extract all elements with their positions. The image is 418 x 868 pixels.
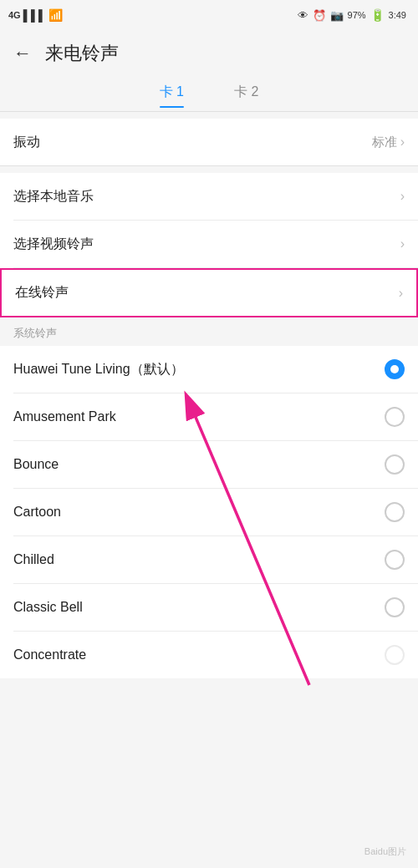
radio-button[interactable]: [385, 454, 405, 475]
list-item[interactable]: Huawei Tune Living（默认）: [0, 346, 418, 393]
ringtone-label: Bounce: [13, 457, 59, 472]
online-ringtone-item[interactable]: 在线铃声 ›: [0, 268, 418, 317]
vibration-item[interactable]: 振动 标准 ›: [0, 119, 418, 165]
status-left: 4G ▌▌▌ 📶: [8, 8, 63, 22]
list-item[interactable]: Chilled: [0, 536, 418, 583]
list-item[interactable]: Bounce: [0, 441, 418, 488]
status-right: 👁 ⏰ 📷 97% 🔋 3:49: [298, 8, 406, 22]
watermark: Baidu图片: [364, 845, 406, 858]
vibration-label: 振动: [13, 134, 40, 151]
radio-button[interactable]: [385, 550, 405, 570]
tabs-divider: [0, 111, 418, 112]
list-item[interactable]: Concentrate: [0, 632, 418, 678]
list-item[interactable]: Classic Bell: [0, 584, 418, 631]
wifi-icon: 📶: [48, 8, 63, 22]
video-ringtone-chevron-icon: ›: [400, 236, 405, 251]
vibration-section: 振动 标准 ›: [0, 119, 418, 165]
ringtone-label: Cartoon: [13, 505, 61, 520]
signal-bars-icon: ▌▌▌: [23, 9, 47, 22]
video-ringtone-label: 选择视频铃声: [13, 236, 94, 253]
time-text: 3:49: [389, 10, 406, 20]
local-music-section: 选择本地音乐 › 选择视频铃声 › 在线铃声 ›: [0, 173, 418, 317]
vibration-value: 标准: [372, 135, 397, 150]
system-ringtone-section-label: 系统铃声: [0, 317, 418, 346]
ringtone-label: Amusement Park: [13, 409, 116, 424]
local-music-chevron-icon: ›: [400, 189, 405, 204]
list-item[interactable]: Amusement Park: [0, 393, 418, 440]
header: ← 来电铃声: [0, 30, 418, 77]
video-ringtone-item[interactable]: 选择视频铃声 ›: [0, 221, 418, 267]
local-music-item[interactable]: 选择本地音乐 ›: [0, 173, 418, 220]
eye-icon: 👁: [298, 9, 308, 22]
vibration-value-group: 标准 ›: [372, 135, 405, 150]
radio-button[interactable]: [385, 597, 405, 617]
ringtone-label-chilled: Chilled: [13, 552, 54, 567]
radio-group: Huawei Tune Living（默认） Amusement Park Bo…: [0, 346, 418, 678]
list-item[interactable]: Cartoon: [0, 489, 418, 536]
page-title: 来电铃声: [45, 41, 119, 66]
radio-button[interactable]: [385, 502, 405, 522]
online-ringtone-label: 在线铃声: [15, 284, 69, 302]
radio-button[interactable]: [385, 645, 405, 665]
status-bar: 4G ▌▌▌ 📶 👁 ⏰ 📷 97% 🔋 3:49: [0, 0, 418, 30]
online-ringtone-chevron-icon: ›: [399, 286, 403, 301]
ringtone-label: Huawei Tune Living（默认）: [13, 361, 184, 378]
battery-icon: 🔋: [370, 8, 385, 22]
tab-bar: 卡 1 卡 2: [0, 77, 418, 108]
ringtone-label: Concentrate: [13, 647, 86, 662]
signal-text: 4G: [8, 10, 21, 20]
local-music-label: 选择本地音乐: [13, 188, 94, 206]
battery-text: 97%: [348, 10, 366, 20]
tab-card2[interactable]: 卡 2: [234, 84, 258, 108]
bluetooth-icon: 📷: [330, 9, 344, 22]
divider-1: [0, 165, 418, 166]
ringtone-label: Classic Bell: [13, 600, 83, 615]
vibration-chevron-icon: ›: [400, 135, 405, 150]
back-button[interactable]: ←: [13, 43, 32, 64]
radio-button-selected[interactable]: [385, 359, 405, 379]
alarm-icon: ⏰: [313, 9, 326, 22]
tab-card1[interactable]: 卡 1: [160, 84, 184, 108]
radio-button[interactable]: [385, 407, 405, 427]
